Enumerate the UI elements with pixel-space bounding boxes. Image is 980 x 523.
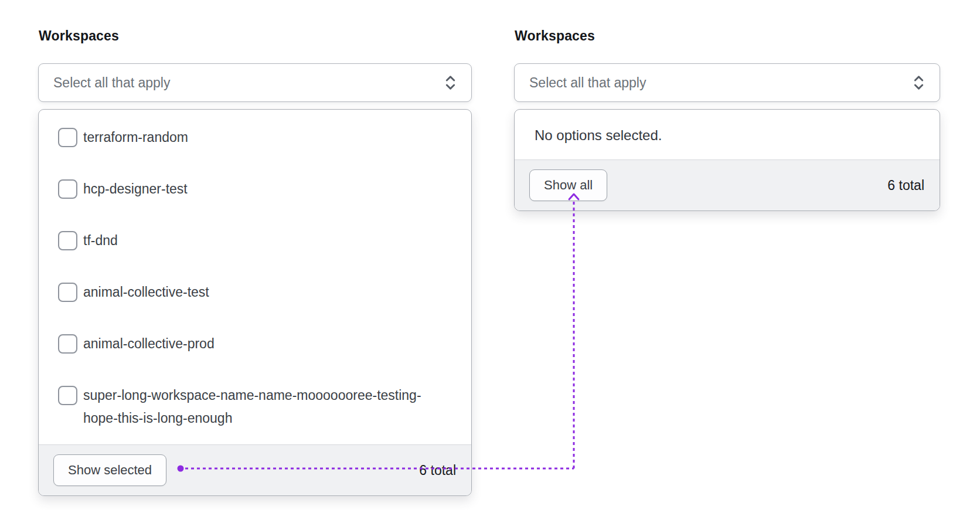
- option-checkbox[interactable]: [58, 386, 77, 405]
- option-label: tf-dnd: [83, 229, 118, 252]
- empty-state-message: No options selected.: [535, 127, 662, 144]
- option-label: animal-collective-prod: [83, 332, 215, 355]
- sort-chevrons-icon: [443, 74, 458, 91]
- options-dropdown: No options selected. Show all 6 total: [514, 109, 940, 211]
- option-list: terraform-random hcp-designer-test tf-dn…: [39, 110, 471, 430]
- multiselect-trigger[interactable]: Select all that apply: [38, 63, 472, 102]
- trigger-placeholder: Select all that apply: [529, 75, 646, 91]
- field-label: Workspaces: [515, 28, 595, 44]
- option-label: hcp-designer-test: [83, 178, 188, 201]
- dropdown-footer: Show selected 6 total: [39, 444, 471, 495]
- option-label: super-long-workspace-name-name-moooooore…: [83, 384, 454, 430]
- multiselect-trigger[interactable]: Select all that apply: [514, 63, 940, 102]
- option-checkbox[interactable]: [58, 128, 77, 147]
- option-checkbox[interactable]: [58, 334, 77, 354]
- show-selected-button[interactable]: Show selected: [53, 454, 166, 486]
- option-row[interactable]: hcp-designer-test: [58, 178, 454, 201]
- field-label: Workspaces: [39, 28, 119, 44]
- empty-state: No options selected.: [515, 110, 940, 161]
- option-label: animal-collective-test: [83, 281, 209, 304]
- page: Workspaces Select all that apply terrafo…: [0, 0, 980, 523]
- option-checkbox[interactable]: [58, 179, 77, 199]
- total-count: 6 total: [419, 463, 456, 478]
- dropdown-footer: Show all 6 total: [515, 159, 940, 210]
- option-row[interactable]: super-long-workspace-name-name-moooooore…: [58, 384, 454, 430]
- sort-chevrons-icon: [911, 74, 927, 91]
- option-checkbox[interactable]: [58, 231, 77, 250]
- option-label: terraform-random: [83, 126, 188, 149]
- option-row[interactable]: animal-collective-test: [58, 281, 454, 304]
- option-row[interactable]: animal-collective-prod: [58, 332, 454, 355]
- show-all-button[interactable]: Show all: [529, 169, 607, 201]
- trigger-placeholder: Select all that apply: [53, 75, 170, 91]
- option-row[interactable]: terraform-random: [58, 126, 454, 149]
- options-dropdown: terraform-random hcp-designer-test tf-dn…: [38, 109, 472, 496]
- option-checkbox[interactable]: [58, 283, 77, 302]
- option-row[interactable]: tf-dnd: [58, 229, 454, 252]
- total-count: 6 total: [887, 178, 924, 193]
